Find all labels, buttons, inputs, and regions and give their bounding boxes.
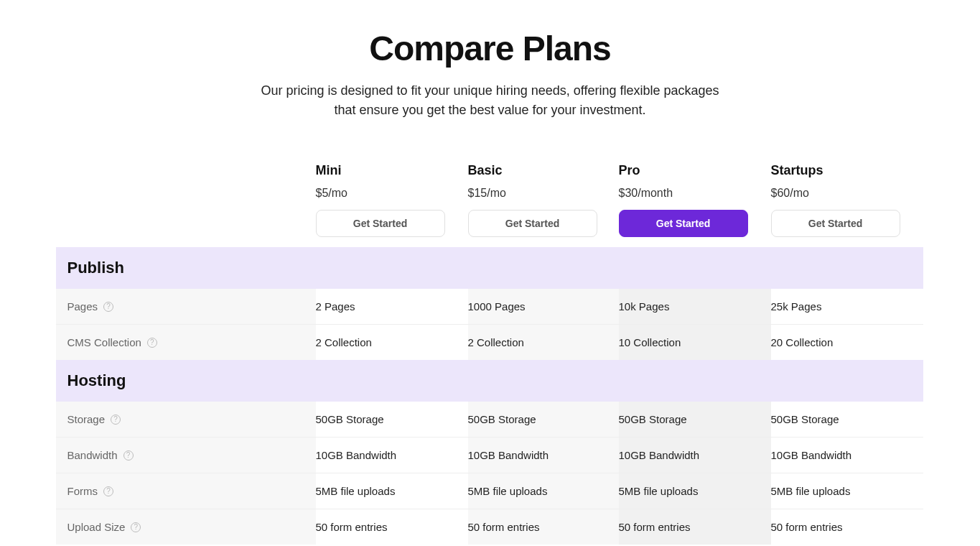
feature-value: 10k Pages bbox=[619, 289, 771, 324]
feature-value: 50GB Storage bbox=[316, 402, 468, 437]
get-started-button[interactable]: Get Started bbox=[468, 210, 597, 237]
feature-value: 2 Pages bbox=[316, 289, 468, 324]
feature-label: Bandwidth ? bbox=[56, 437, 316, 473]
plan-col-pro: Pro $30/month Get Started bbox=[619, 163, 771, 247]
feature-row-pages: Pages ? 2 Pages 1000 Pages 10k Pages 25k… bbox=[56, 289, 925, 324]
plan-name: Basic bbox=[468, 163, 619, 178]
plan-name: Mini bbox=[316, 163, 468, 178]
feature-value: 50GB Storage bbox=[771, 402, 923, 437]
feature-row-upload-size: Upload Size ? 50 form entries 50 form en… bbox=[56, 509, 925, 545]
section-row-hosting: Hosting bbox=[56, 360, 925, 402]
section-row-publish: Publish bbox=[56, 247, 925, 289]
help-icon[interactable]: ? bbox=[131, 522, 141, 532]
help-icon[interactable]: ? bbox=[147, 338, 157, 348]
feature-label: Pages ? bbox=[56, 289, 316, 324]
plan-price: $15/mo bbox=[468, 187, 619, 200]
feature-label: Forms ? bbox=[56, 473, 316, 509]
help-icon[interactable]: ? bbox=[103, 302, 113, 312]
page-header: Compare Plans Our pricing is designed to… bbox=[0, 29, 980, 120]
feature-label-text: Bandwidth bbox=[67, 449, 118, 461]
feature-row-forms: Forms ? 5MB file uploads 5MB file upload… bbox=[56, 473, 925, 509]
feature-value: 50 form entries bbox=[771, 509, 923, 545]
help-icon[interactable]: ? bbox=[103, 486, 113, 496]
help-icon[interactable]: ? bbox=[111, 415, 121, 425]
plan-col-startups: Startups $60/mo Get Started bbox=[771, 163, 923, 247]
feature-value: 50 form entries bbox=[316, 509, 468, 545]
feature-value: 1000 Pages bbox=[468, 289, 619, 324]
help-icon[interactable]: ? bbox=[123, 450, 134, 461]
feature-label-text: Forms bbox=[67, 485, 98, 497]
feature-value: 10GB Bandwidth bbox=[771, 437, 923, 473]
plan-col-basic: Basic $15/mo Get Started bbox=[468, 163, 619, 247]
feature-value: 5MB file uploads bbox=[771, 473, 923, 509]
plan-header-row: Mini $5/mo Get Started Basic $15/mo Get … bbox=[56, 163, 925, 247]
feature-value: 50GB Storage bbox=[619, 402, 771, 437]
feature-value: 10GB Bandwidth bbox=[619, 437, 771, 473]
feature-value: 50GB Storage bbox=[468, 402, 619, 437]
feature-value: 5MB file uploads bbox=[316, 473, 468, 509]
feature-value: 50 form entries bbox=[468, 509, 619, 545]
feature-value: 50 form entries bbox=[619, 509, 771, 545]
plan-col-mini: Mini $5/mo Get Started bbox=[316, 163, 468, 247]
feature-value: 2 Collection bbox=[316, 324, 468, 360]
feature-value: 2 Collection bbox=[468, 324, 619, 360]
feature-label-text: CMS Collection bbox=[67, 336, 141, 348]
get-started-button[interactable]: Get Started bbox=[619, 210, 748, 237]
feature-row-storage: Storage ? 50GB Storage 50GB Storage 50GB… bbox=[56, 402, 925, 437]
feature-label: Storage ? bbox=[56, 402, 316, 437]
get-started-button[interactable]: Get Started bbox=[316, 210, 445, 237]
comparison-table: Mini $5/mo Get Started Basic $15/mo Get … bbox=[56, 163, 925, 545]
section-title: Hosting bbox=[56, 360, 923, 402]
page-subtitle: Our pricing is designed to fit your uniq… bbox=[253, 81, 727, 120]
feature-label-text: Storage bbox=[67, 413, 106, 425]
feature-value: 5MB file uploads bbox=[468, 473, 619, 509]
feature-row-bandwidth: Bandwidth ? 10GB Bandwidth 10GB Bandwidt… bbox=[56, 437, 925, 473]
feature-row-cms: CMS Collection ? 2 Collection 2 Collecti… bbox=[56, 324, 925, 360]
feature-value: 5MB file uploads bbox=[619, 473, 771, 509]
feature-value: 25k Pages bbox=[771, 289, 923, 324]
get-started-button[interactable]: Get Started bbox=[771, 210, 900, 237]
plan-name: Pro bbox=[619, 163, 771, 178]
section-title: Publish bbox=[56, 247, 923, 289]
feature-value: 10GB Bandwidth bbox=[316, 437, 468, 473]
plan-price: $30/month bbox=[619, 187, 771, 200]
plan-name: Startups bbox=[771, 163, 923, 178]
feature-label: CMS Collection ? bbox=[56, 324, 316, 360]
plan-price: $5/mo bbox=[316, 187, 468, 200]
feature-value: 10 Collection bbox=[619, 324, 771, 360]
page-title: Compare Plans bbox=[0, 29, 980, 68]
feature-label: Upload Size ? bbox=[56, 509, 316, 545]
plan-price: $60/mo bbox=[771, 187, 923, 200]
feature-value: 10GB Bandwidth bbox=[468, 437, 619, 473]
feature-value: 20 Collection bbox=[771, 324, 923, 360]
feature-label-text: Upload Size bbox=[67, 521, 126, 533]
feature-label-text: Pages bbox=[67, 300, 98, 313]
pricing-comparison-page: Compare Plans Our pricing is designed to… bbox=[0, 0, 980, 545]
